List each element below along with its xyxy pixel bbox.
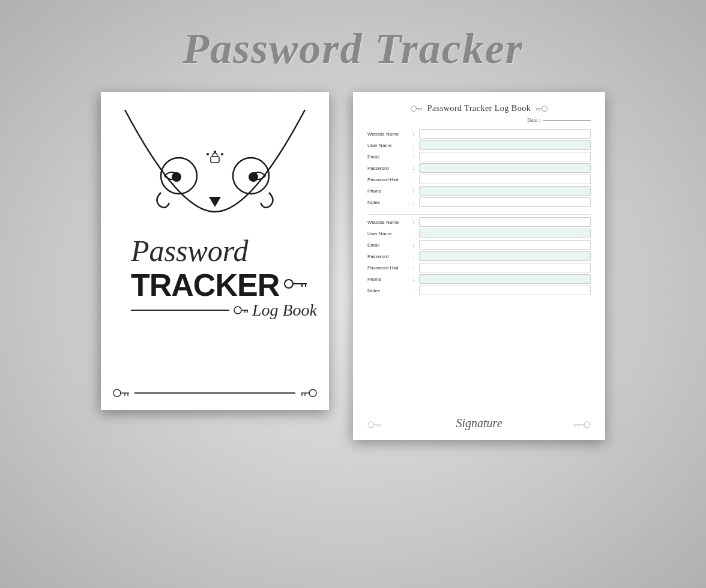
field-label: Password Hint: [367, 177, 411, 182]
field-label: Email: [367, 154, 411, 160]
svg-point-3: [249, 172, 258, 182]
notes-field-2[interactable]: [419, 286, 591, 295]
page-divider: [367, 214, 591, 215]
field-label: Website Name: [367, 220, 411, 225]
date-label: Date :: [527, 117, 540, 123]
signature-label: Signature: [456, 416, 502, 430]
field-label: Notes: [367, 288, 411, 293]
field-label: Website Name: [367, 131, 411, 137]
email-field-2[interactable]: [419, 240, 591, 250]
entry-row: Password :: [367, 251, 591, 261]
field-label: Email: [367, 242, 411, 248]
entry-row: Phone :: [367, 186, 591, 196]
cover-tracker-row: TRACKER: [131, 267, 308, 303]
cover-password-text: Password: [131, 236, 248, 266]
date-line: [543, 120, 591, 121]
footer-key-left-icon: [367, 421, 382, 430]
entry-row: Password Hint :: [367, 263, 591, 272]
entry-row: User Name :: [367, 229, 591, 238]
entry-row: User Name :: [367, 140, 591, 150]
password-hint-field-1[interactable]: [419, 175, 591, 184]
field-label: Phone: [367, 277, 411, 282]
cover-logbook-row: Log Book: [131, 301, 317, 320]
field-label: User Name: [367, 143, 411, 148]
book-page: Password Tracker Log Book Date : Website…: [353, 92, 605, 440]
password-field-2[interactable]: [419, 251, 591, 261]
entry-row: Website Name :: [367, 217, 591, 227]
field-label: User Name: [367, 231, 411, 236]
phone-field-1[interactable]: [419, 186, 591, 196]
phone-field-2[interactable]: [419, 274, 591, 284]
website-name-field-2[interactable]: [419, 217, 591, 227]
entry-row: Email :: [367, 240, 591, 250]
date-row: Date :: [367, 117, 591, 123]
entry-group-2: Website Name : User Name : Email : Passw…: [367, 217, 591, 295]
field-label: Password: [367, 254, 411, 259]
cover-bottom-decoration: [113, 388, 317, 398]
cover-tracker-text: TRACKER: [131, 267, 279, 303]
key-icon: [284, 275, 308, 295]
footer-key-right-icon: [573, 421, 591, 430]
svg-point-32: [368, 422, 374, 428]
password-field-1[interactable]: [419, 163, 591, 173]
cover-logbook-text: Log Book: [252, 301, 317, 320]
password-hint-field-2[interactable]: [419, 263, 591, 272]
entry-row: Password :: [367, 163, 591, 173]
entry-row: Website Name :: [367, 129, 591, 139]
page-title: Password Tracker Log Book: [427, 104, 531, 113]
svg-rect-4: [211, 157, 219, 163]
cover-decoration: [113, 104, 317, 224]
svg-point-36: [584, 422, 590, 428]
email-field-1[interactable]: [419, 152, 591, 161]
svg-point-24: [411, 106, 416, 112]
svg-point-5: [207, 153, 209, 155]
svg-point-6: [214, 151, 216, 153]
entry-group-1: Website Name : User Name : Email : Passw…: [367, 129, 591, 207]
notes-field-1[interactable]: [419, 197, 591, 207]
entry-row: Phone :: [367, 274, 591, 284]
main-title: Password Tracker: [183, 24, 523, 74]
field-label: Password Hint: [367, 265, 411, 271]
page-header: Password Tracker Log Book: [367, 104, 591, 113]
field-label: Password: [367, 166, 411, 171]
page-footer: Signature: [367, 416, 591, 430]
svg-point-12: [234, 307, 241, 314]
svg-point-16: [113, 389, 121, 397]
username-field-2[interactable]: [419, 229, 591, 238]
username-field-1[interactable]: [419, 140, 591, 150]
field-label: Phone: [367, 188, 411, 194]
book-cover: Password TRACKER: [101, 92, 329, 410]
field-label: Notes: [367, 200, 411, 205]
entry-row: Notes :: [367, 286, 591, 295]
entry-row: Email :: [367, 152, 591, 161]
svg-point-7: [221, 153, 223, 155]
svg-point-20: [309, 389, 316, 397]
entry-row: Password Hint :: [367, 175, 591, 184]
entry-row: Notes :: [367, 197, 591, 207]
books-container: Password TRACKER: [101, 92, 605, 440]
svg-point-1: [172, 172, 181, 182]
svg-point-28: [542, 106, 548, 112]
website-name-field-1[interactable]: [419, 129, 591, 139]
cover-text-area: Password TRACKER: [113, 236, 317, 320]
svg-point-8: [285, 280, 293, 288]
